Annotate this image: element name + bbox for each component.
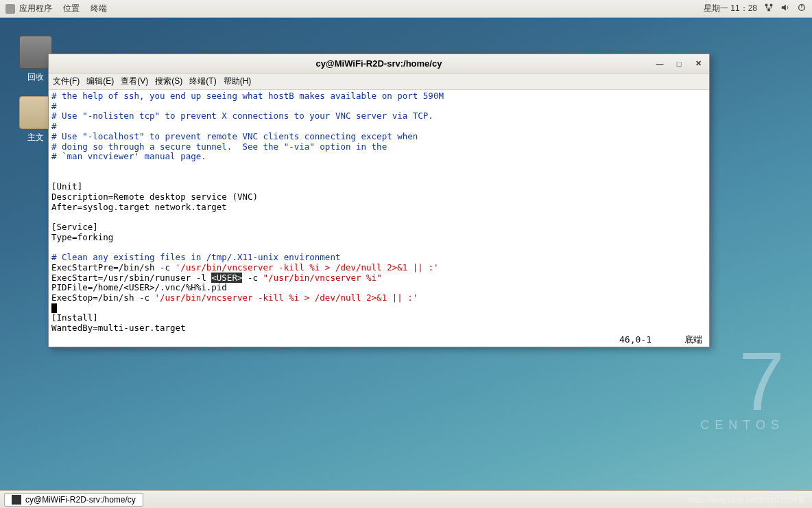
line: # the help of ssh, you end up seeing wha… (51, 91, 444, 101)
centos-brand: 7 CENTOS (700, 344, 785, 432)
line: Description=Remote desktop service (VNC) (51, 192, 258, 202)
menu-places[interactable]: 位置 (63, 3, 80, 14)
watermark: https://blog.csdn.net/@51CTO博客 (689, 495, 805, 505)
close-button[interactable]: ✕ (691, 58, 705, 70)
network-icon[interactable] (764, 3, 774, 14)
line: '/usr/bin/vncserver -kill %i > /dev/null… (155, 292, 418, 303)
window-menubar: 文件(F) 编辑(E) 查看(V) 搜索(S) 终端(T) 帮助(H) (49, 73, 709, 90)
window-titlebar[interactable]: cy@MiWiFi-R2D-srv:/home/cy — □ ✕ (49, 54, 709, 73)
trash-icon (19, 36, 52, 69)
line: -c (242, 273, 263, 283)
terminal-window: cy@MiWiFi-R2D-srv:/home/cy — □ ✕ 文件(F) 编… (48, 54, 710, 347)
window-title: cy@MiWiFi-R2D-srv:/home/cy (49, 58, 709, 69)
menu-view[interactable]: 查看(V) (121, 76, 148, 87)
line: # Clean any existing files in /tmp/.X11-… (51, 252, 340, 262)
volume-icon[interactable] (780, 3, 790, 14)
line: # (51, 101, 57, 111)
line: After=syslog.target network.target (51, 202, 227, 212)
taskbar-terminal[interactable]: cy@MiWiFi-R2D-srv:/home/cy (4, 493, 143, 507)
folder-icon (19, 96, 52, 129)
highlight-user: <USER> (211, 273, 242, 283)
line: "/usr/bin/vncserver %i" (263, 273, 382, 283)
line: WantedBy=multi-user.target (51, 323, 186, 333)
top-panel: 应用程序 位置 终端 星期一 11：28 (0, 0, 812, 18)
line: [Unit] (51, 181, 82, 192)
apps-icon (5, 4, 15, 14)
menu-terminal-m[interactable]: 终端(T) (189, 76, 216, 87)
menu-edit[interactable]: 编辑(E) (86, 76, 114, 87)
maximize-button[interactable]: □ (672, 58, 686, 70)
status-scroll: 底端 (684, 334, 702, 345)
menu-help[interactable]: 帮助(H) (224, 76, 252, 87)
line: # Use "-localhost" to prevent remote VNC… (51, 131, 418, 141)
vim-status: 46,0-1底端 (619, 335, 702, 345)
line: ExecStartPre=/bin/sh -c (51, 262, 176, 273)
centos-number: 7 (700, 344, 785, 418)
menu-file[interactable]: 文件(F) (53, 76, 80, 87)
menu-search[interactable]: 搜索(S) (155, 76, 182, 87)
power-icon[interactable] (797, 3, 807, 14)
svg-rect-1 (770, 4, 773, 7)
line: [Service] (51, 222, 98, 232)
menu-terminal[interactable]: 终端 (91, 3, 107, 14)
terminal-body[interactable]: # the help of ssh, you end up seeing wha… (49, 90, 709, 347)
line: # Use "-nolisten tcp" to prevent X conne… (51, 111, 433, 121)
centos-label: CENTOS (700, 418, 785, 432)
line: PIDFile=/home/<USER>/.vnc/%H%i.pid (51, 282, 227, 292)
line: Type=forking (51, 232, 113, 242)
cursor (51, 303, 57, 313)
line: ExecStop=/bin/sh -c (51, 292, 155, 303)
svg-rect-4 (801, 4, 802, 8)
svg-rect-0 (765, 4, 768, 7)
terminal-icon (12, 495, 21, 505)
clock[interactable]: 星期一 11：28 (704, 3, 757, 14)
line: # (51, 121, 57, 131)
task-label: cy@MiWiFi-R2D-srv:/home/cy (25, 495, 136, 505)
line: ExecStart=/usr/sbin/runuser -l (51, 273, 211, 283)
menu-applications[interactable]: 应用程序 (19, 3, 52, 14)
line: # doing so through a secure tunnel. See … (51, 141, 387, 152)
line: '/usr/bin/vncserver -kill %i > /dev/null… (176, 262, 439, 273)
line: # `man vncviewer' manual page. (51, 151, 206, 161)
line: [Install] (51, 312, 98, 323)
minimize-button[interactable]: — (653, 58, 667, 70)
status-pos: 46,0-1 (619, 334, 652, 345)
